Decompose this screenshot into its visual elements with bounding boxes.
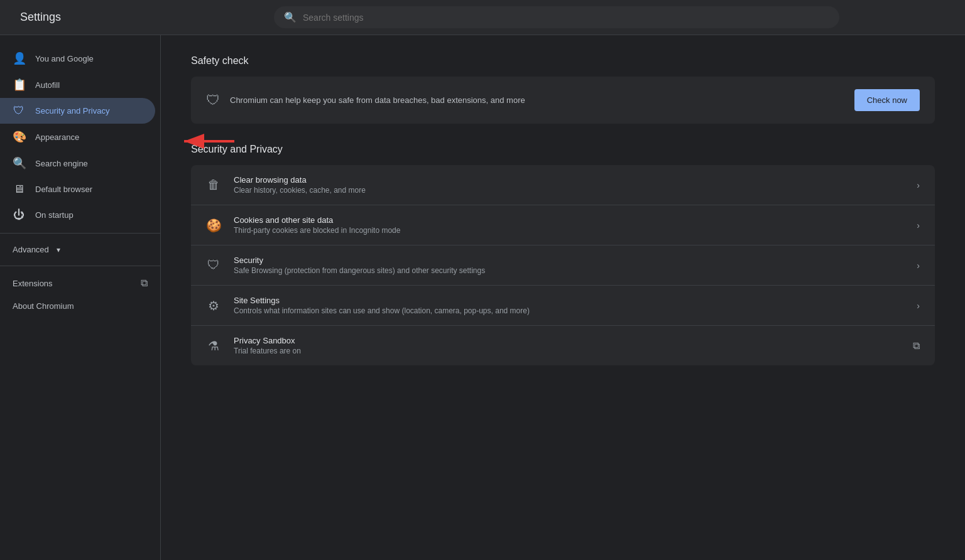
on-startup-icon: ⏻	[13, 208, 25, 222]
external-link-icon-2: ⧉	[913, 340, 920, 352]
safety-check-description: Chromium can help keep you safe from dat…	[230, 95, 844, 105]
external-link-icon: ⧉	[141, 277, 148, 289]
shield-icon: 🛡	[13, 104, 25, 117]
page-title: Settings	[10, 11, 274, 24]
autofill-icon: 📋	[13, 78, 25, 92]
search-engine-icon: 🔍	[13, 156, 25, 170]
arrow-right-icon-3: ›	[917, 261, 920, 271]
arrow-right-icon: ›	[917, 180, 920, 190]
settings-item-site-settings[interactable]: ⚙ Site Settings Controls what informatio…	[191, 286, 935, 326]
sidebar-item-on-startup[interactable]: ⏻ On startup	[0, 202, 155, 228]
search-box[interactable]: 🔍	[274, 6, 839, 28]
safety-shield-icon: 🛡	[206, 92, 220, 109]
site-settings-icon: ⚙	[206, 298, 221, 313]
sidebar-advanced[interactable]: Advanced ▾	[0, 239, 160, 261]
cookies-subtitle: Third-party cookies are blocked in Incog…	[234, 226, 904, 235]
privacy-sandbox-subtitle: Trial features are on	[234, 347, 900, 355]
clear-browsing-subtitle: Clear history, cookies, cache, and more	[234, 186, 904, 195]
security-shield-icon: 🛡	[206, 258, 221, 272]
top-bar: Settings 🔍	[0, 0, 965, 35]
sidebar-label-on-startup: On startup	[35, 210, 74, 220]
default-browser-icon: 🖥	[13, 183, 25, 196]
sidebar-divider	[0, 233, 160, 234]
main-layout: 👤 You and Google 📋 Autofill 🛡 Security a…	[0, 35, 965, 560]
cookies-title: Cookies and other site data	[234, 215, 904, 225]
sidebar: 👤 You and Google 📋 Autofill 🛡 Security a…	[0, 35, 161, 560]
sidebar-item-security-privacy[interactable]: 🛡 Security and Privacy	[0, 98, 155, 124]
settings-item-site-settings-content: Site Settings Controls what information …	[234, 296, 904, 315]
sidebar-item-autofill[interactable]: 📋 Autofill	[0, 72, 155, 98]
privacy-sandbox-title: Privacy Sandbox	[234, 336, 900, 345]
sidebar-label-you-google: You and Google	[35, 54, 94, 63]
privacy-sandbox-icon: ⚗	[206, 338, 221, 353]
sidebar-label-default-browser: Default browser	[35, 185, 92, 194]
sidebar-item-default-browser[interactable]: 🖥 Default browser	[0, 176, 155, 202]
sidebar-divider-2	[0, 266, 160, 266]
search-input[interactable]	[303, 13, 829, 23]
settings-item-clear-browsing[interactable]: 🗑 Clear browsing data Clear history, coo…	[191, 165, 935, 205]
security-privacy-title: Security and Privacy	[191, 144, 935, 155]
settings-item-privacy-sandbox[interactable]: ⚗ Privacy Sandbox Trial features are on …	[191, 326, 935, 365]
sidebar-label-security-privacy: Security and Privacy	[35, 106, 110, 116]
settings-item-cookies[interactable]: 🍪 Cookies and other site data Third-part…	[191, 205, 935, 245]
search-icon: 🔍	[284, 11, 297, 23]
trash-icon: 🗑	[206, 178, 221, 192]
arrow-right-icon-2: ›	[917, 220, 920, 230]
appearance-icon: 🎨	[13, 130, 25, 144]
sidebar-label-autofill: Autofill	[35, 80, 60, 90]
site-settings-title: Site Settings	[234, 296, 904, 305]
sidebar-extensions[interactable]: Extensions ⧉	[0, 271, 160, 295]
clear-browsing-title: Clear browsing data	[234, 175, 904, 185]
settings-item-security[interactable]: 🛡 Security Safe Browsing (protection fro…	[191, 245, 935, 286]
cookie-icon: 🍪	[206, 218, 221, 233]
sidebar-item-you-google[interactable]: 👤 You and Google	[0, 45, 155, 72]
site-settings-subtitle: Controls what information sites can use …	[234, 306, 904, 315]
sidebar-item-about-chromium[interactable]: About Chromium	[0, 295, 155, 317]
sidebar-label-search-engine: Search engine	[35, 159, 88, 168]
sidebar-label-appearance: Appearance	[35, 132, 79, 142]
sidebar-item-appearance[interactable]: 🎨 Appearance	[0, 124, 155, 150]
settings-item-security-content: Security Safe Browsing (protection from …	[234, 256, 904, 275]
person-icon: 👤	[13, 51, 25, 65]
security-privacy-list: 🗑 Clear browsing data Clear history, coo…	[191, 165, 935, 365]
security-subtitle: Safe Browsing (protection from dangerous…	[234, 266, 904, 275]
arrow-right-icon-4: ›	[917, 301, 920, 311]
safety-check-title: Safety check	[191, 55, 935, 67]
settings-item-privacy-sandbox-content: Privacy Sandbox Trial features are on	[234, 336, 900, 355]
main-content: Safety check 🛡 Chromium can help keep yo…	[161, 35, 965, 560]
chevron-down-icon: ▾	[57, 245, 60, 254]
sidebar-item-search-engine[interactable]: 🔍 Search engine	[0, 150, 155, 176]
settings-item-cookies-content: Cookies and other site data Third-party …	[234, 215, 904, 235]
check-now-button[interactable]: Check now	[854, 89, 920, 111]
sidebar-label-advanced: Advanced	[13, 245, 49, 254]
sidebar-label-about-chromium: About Chromium	[13, 301, 74, 311]
settings-item-clear-browsing-content: Clear browsing data Clear history, cooki…	[234, 175, 904, 195]
sidebar-label-extensions: Extensions	[13, 279, 53, 288]
safety-check-card: 🛡 Chromium can help keep you safe from d…	[191, 77, 935, 124]
security-title: Security	[234, 256, 904, 265]
